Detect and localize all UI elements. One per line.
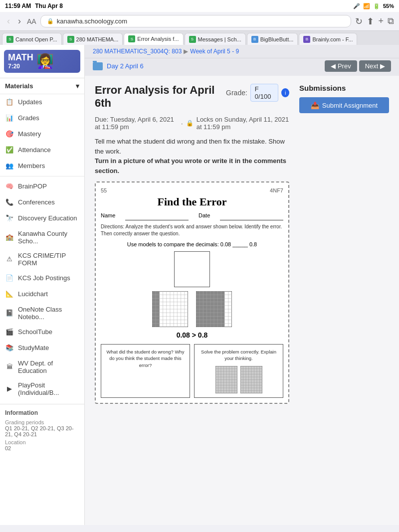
grid-model-left: // Will be rendered inline <box>174 251 210 287</box>
mastery-icon: 🎯 <box>5 130 14 139</box>
time: 11:59 AM <box>5 2 31 9</box>
sidebar-item-label-kcs-jobs: KCS Job Postings <box>18 274 70 282</box>
tab-label-4: Messages | Sch... <box>198 36 241 42</box>
lock-date-text: Locks on Sunday, April 11, 2021 at 11:59… <box>197 116 289 131</box>
kcs-crime-icon: ⚠ <box>5 255 14 264</box>
sidebar-item-kanawha[interactable]: 🏫 Kanawha County Scho... <box>0 226 84 248</box>
date: Thu Apr 8 <box>35 2 63 9</box>
forward-button[interactable]: › <box>16 16 23 26</box>
day-nav: Day 2 April 6 ◀ Prev Next ▶ <box>85 58 399 76</box>
location-value: 02 <box>5 445 79 451</box>
tab-messages[interactable]: S Messages | Sch... <box>185 33 246 45</box>
sidebar-item-wvdoe[interactable]: 🏛 WV Dept. of Education <box>0 356 84 378</box>
submit-icon: 📤 <box>311 101 319 109</box>
next-button[interactable]: Next ▶ <box>359 60 391 72</box>
sidebar-item-attendance[interactable]: ✅ Attendance <box>0 142 84 158</box>
tab-icon-3: S <box>128 35 135 42</box>
sidebar-item-onenote[interactable]: 📓 OneNote Class Notebo... <box>0 302 84 324</box>
sidebar-materials-header[interactable]: Materials ▾ <box>0 78 84 94</box>
ws-top-right: 4NF7 <box>270 187 283 193</box>
sidebar-item-label-kcs-crime: KCS CRIME/TIP FORM <box>18 252 79 267</box>
brainpop-icon: 🧠 <box>5 182 14 191</box>
logo-time: 7:20 <box>8 63 33 70</box>
tab-brainly[interactable]: B Brainly.com - F... <box>299 33 357 45</box>
tab-error-analysis[interactable]: S Error Analysis f... <box>124 33 183 45</box>
sidebar-item-schooltube[interactable]: 🎬 SchoolTube <box>0 324 84 340</box>
breadcrumb: 280 MATHEMATICS_3004Q: 803 ▶ Week of Apr… <box>85 45 399 58</box>
prev-next-nav: ◀ Prev Next ▶ <box>325 60 391 72</box>
tab-icon-1: S <box>6 36 13 43</box>
share-button[interactable]: ⬆ <box>367 16 374 27</box>
sidebar-item-grades[interactable]: 📊 Grades <box>0 110 84 126</box>
lock-icon: 🔒 <box>47 18 54 24</box>
grade-value: F 0/100 <box>250 84 278 102</box>
mini-grid-2 <box>240 366 262 393</box>
url-display: kanawha.schoology.com <box>57 17 127 25</box>
day-label: Day 2 April 6 <box>107 62 144 70</box>
sidebar-item-brainpop[interactable]: 🧠 BrainPOP <box>0 178 84 194</box>
sidebar-item-label-onenote: OneNote Class Notebo... <box>18 306 79 321</box>
svg-grid-models <box>101 291 283 327</box>
instructions-line1: Tell me what the student did wrong and t… <box>95 138 285 155</box>
location-label: Location <box>5 439 79 445</box>
date-line <box>220 212 283 220</box>
sidebar-divider <box>0 176 84 177</box>
prev-button[interactable]: ◀ Prev <box>325 60 357 72</box>
new-tab-button[interactable]: + <box>378 16 384 26</box>
sidebar-item-label-schooltube: SchoolTube <box>18 328 52 336</box>
worksheet: 55 4NF7 Find the Error Name Date Directi… <box>95 181 289 404</box>
sidebar-item-lucidchart[interactable]: 📐 Lucidchart <box>0 286 84 302</box>
sidebar-item-kcs-jobs[interactable]: 📄 KCS Job Postings <box>0 270 84 286</box>
onenote-icon: 📓 <box>5 309 14 318</box>
tab-label-3: Error Analysis f... <box>137 36 179 42</box>
kcs-jobs-icon: 📄 <box>5 274 14 283</box>
breadcrumb-section-link[interactable]: Week of April 5 - 9 <box>190 48 239 55</box>
tabs-button[interactable]: ⧉ <box>388 16 394 26</box>
reload-button[interactable]: ↻ <box>355 16 363 27</box>
sidebar-item-updates[interactable]: 📋 Updates <box>0 94 84 110</box>
due-date-line: Due: Tuesday, April 6, 2021 at 11:59 pm … <box>95 116 289 131</box>
battery-icon: 🔋 <box>373 3 380 9</box>
instructions-line2: Turn in a picture of what you wrote or w… <box>95 157 286 175</box>
wvdoe-icon: 🏛 <box>5 362 14 371</box>
content-sidebar: Submissions 📤 Submit Assignment <box>299 84 389 404</box>
submit-label: Submit Assignment <box>322 102 378 109</box>
logo-subject: MATH <box>8 53 33 63</box>
tab-bigblue[interactable]: B BigBlueButt... <box>247 33 298 45</box>
grid-right <box>196 291 232 327</box>
tab-280-math[interactable]: S 280 MATHEMA... <box>63 33 123 45</box>
sidebar-item-conferences[interactable]: 📞 Conferences <box>0 194 84 210</box>
sidebar: MATH 7:20 👩‍🏫 Materials ▾ 📋 Updates 📊 Gr… <box>0 45 85 525</box>
schooltube-icon: 🎬 <box>5 328 14 337</box>
attendance-icon: ✅ <box>5 146 14 155</box>
instructions: Tell me what the student did wrong and t… <box>95 137 289 176</box>
discovery-icon: 🔭 <box>5 214 14 223</box>
sidebar-item-label-updates: Updates <box>18 98 42 106</box>
submissions-panel: Submissions 📤 Submit Assignment <box>299 84 389 113</box>
submit-assignment-button[interactable]: 📤 Submit Assignment <box>299 97 389 113</box>
assignment-title: Error Analysis for April 6th <box>95 84 226 110</box>
sidebar-item-members[interactable]: 👥 Members <box>0 158 84 174</box>
logo-image: 👩‍🏫 <box>36 53 54 69</box>
sidebar-info: Information Grading periods Q1 20-21, Q2… <box>0 404 84 458</box>
sidebar-item-kcs-crime[interactable]: ⚠ KCS CRIME/TIP FORM <box>0 248 84 270</box>
sidebar-item-discovery[interactable]: 🔭 Discovery Education <box>0 210 84 226</box>
comparison-line: 0.08 > 0.8 <box>101 331 283 339</box>
tab-label-1: Cannot Open P... <box>15 36 57 42</box>
status-left: 11:59 AM Thu Apr 8 <box>5 2 63 9</box>
back-button[interactable]: ‹ <box>5 16 12 26</box>
worksheet-problem: Use models to compare the decimals: 0.08… <box>101 241 283 247</box>
sidebar-item-mastery[interactable]: 🎯 Mastery <box>0 126 84 142</box>
folder-icon <box>93 62 103 70</box>
browser-tabs: S Cannot Open P... S 280 MATHEMA... S Er… <box>0 31 399 45</box>
tab-cannot-open[interactable]: S Cannot Open P... <box>2 33 62 45</box>
info-icon[interactable]: i <box>281 88 289 97</box>
sidebar-item-playposit[interactable]: ▶ PlayPosit (Individual/B... <box>0 378 84 400</box>
breadcrumb-course-link[interactable]: 280 MATHEMATICS_3004Q: 803 <box>93 48 182 55</box>
reader-button[interactable]: AA <box>27 17 36 25</box>
grading-periods-value: Q1 20-21, Q2 20-21, Q3 20-21, Q4 20-21 <box>5 425 79 437</box>
address-bar[interactable]: 🔒 kanawha.schoology.com <box>40 15 352 27</box>
sidebar-item-studymate[interactable]: 📚 StudyMate <box>0 340 84 356</box>
members-icon: 👥 <box>5 162 14 171</box>
tab-label-5: BigBlueButt... <box>260 36 294 42</box>
